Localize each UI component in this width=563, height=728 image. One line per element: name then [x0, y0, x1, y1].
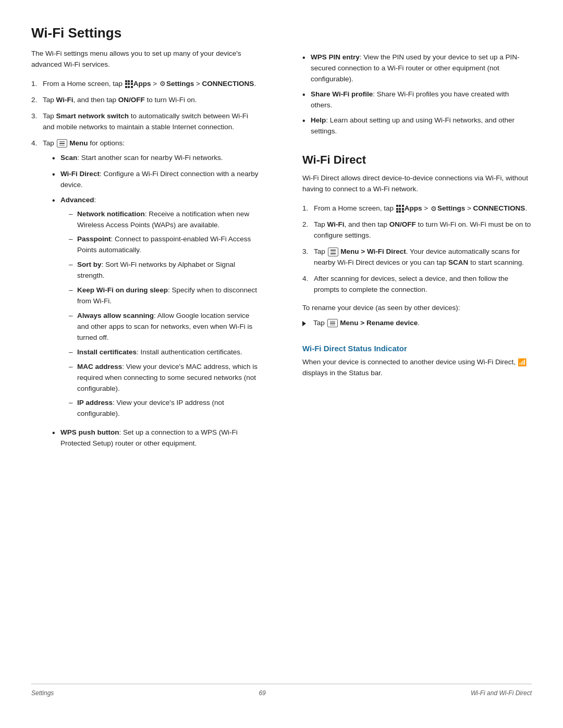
- share-wifi-content: Share Wi-Fi profile: Share Wi-Fi profile…: [311, 89, 532, 111]
- status-text-part2: displays in the Status bar.: [302, 369, 383, 377]
- menu-icon-lines-3: [329, 320, 336, 327]
- onoff-label: ON/OFF: [118, 96, 145, 104]
- dash-symbol-3: –: [69, 260, 77, 270]
- always-allow-content: Always allow scanning: Allow Google loca…: [77, 311, 261, 343]
- dash-symbol-5: –: [69, 311, 77, 322]
- always-allow-label: Always allow scanning: [77, 312, 154, 319]
- wps-pin-label: WPS PIN entry: [311, 53, 360, 61]
- dash-symbol-4: –: [69, 285, 77, 296]
- bullet-advanced: • Advanced: – Network notification: Rece…: [52, 195, 261, 424]
- content-columns: Wi-Fi Settings The Wi-Fi settings menu a…: [31, 25, 532, 684]
- dash-always-allow: – Always allow scanning: Allow Google lo…: [69, 311, 261, 343]
- wd-step-4-content: After scanning for devices, select a dev…: [314, 274, 532, 295]
- status-text-part1: When your device is connected to another…: [302, 358, 518, 366]
- wd-step-2-num: 2.: [302, 219, 314, 230]
- menu-icon-3: [327, 319, 338, 328]
- wd-menu-label: Menu > Wi-Fi Direct: [340, 248, 406, 255]
- mac-address-content: MAC address: View your device's MAC addr…: [77, 362, 261, 394]
- help-content: Help: Learn about setting up and using W…: [311, 115, 532, 137]
- keep-wifi-content: Keep Wi-Fi on during sleep: Specify when…: [77, 285, 261, 307]
- dash-keep-wifi: – Keep Wi-Fi on during sleep: Specify wh…: [69, 285, 261, 307]
- wifi-label: Wi-Fi: [56, 96, 74, 104]
- wd-step-4-num: 4.: [302, 274, 314, 285]
- menu-icon-1: [57, 139, 67, 148]
- bullet-dot-advanced: •: [52, 195, 60, 206]
- step-2: 2. Tap Wi-Fi, and then tap ON/OFF to tur…: [31, 95, 261, 106]
- step-2-content: Tap Wi-Fi, and then tap ON/OFF to turn W…: [43, 95, 261, 106]
- step-4-content: Tap Menu for options: • Scan: Start anot…: [43, 138, 261, 454]
- scan-label: Scan: [60, 154, 77, 162]
- wifi-direct-content: Wi-Fi Direct: Configure a Wi-Fi Direct c…: [60, 169, 261, 191]
- rename-step: Tap Menu > Rename device.: [302, 318, 532, 329]
- dash-passpoint: – Passpoint: Connect to passpoint-enable…: [69, 234, 261, 256]
- passpoint-label: Passpoint: [77, 235, 111, 243]
- wifi-settings-steps: 1. From a Home screen, tap Apps > ⚙Setti…: [31, 79, 261, 453]
- mac-address-label: MAC address: [77, 363, 122, 371]
- arrow-right-icon: [302, 318, 309, 329]
- wd-step-3-num: 3.: [302, 246, 314, 257]
- wd-step-4: 4. After scanning for devices, select a …: [302, 274, 532, 295]
- dash-symbol-6: –: [69, 347, 77, 358]
- wd-wifi-label: Wi-Fi: [327, 220, 345, 228]
- wps-pin-content: WPS PIN entry: View the PIN used by your…: [311, 52, 532, 85]
- wifi-direct-title: Wi-Fi Direct: [302, 153, 532, 167]
- advanced-content: Advanced: – Network notification: Receiv…: [60, 195, 261, 424]
- step-4: 4. Tap Menu for options: • Sca: [31, 138, 261, 454]
- bullet-dot-wifi-direct: •: [52, 169, 60, 180]
- apps-icon: [125, 80, 133, 88]
- wd-step-3: 3. Tap Menu > Wi-Fi Direct. Your device …: [302, 246, 532, 268]
- footer-center: 69: [259, 689, 265, 697]
- rename-menu-label: Menu > Rename device: [340, 319, 418, 327]
- ip-address-label: IP address: [77, 399, 113, 406]
- wd-step-1-num: 1.: [302, 203, 314, 214]
- ip-address-content: IP address: View your device's IP addres…: [77, 398, 261, 419]
- bullet-wps-push: • WPS push button: Set up a connection t…: [52, 427, 261, 449]
- connections-label: CONNECTIONS: [202, 80, 254, 88]
- wd-apps-label: Apps: [405, 204, 422, 212]
- footer-right: Wi-Fi and Wi-Fi Direct: [471, 689, 532, 697]
- dash-install-certificates: – Install certificates: Install authenti…: [69, 347, 261, 358]
- menu-icon-lines-2: [330, 249, 336, 255]
- status-indicator-text: When your device is connected to another…: [302, 357, 532, 379]
- apps-label: Apps: [133, 80, 151, 88]
- share-wifi-label: Share Wi-Fi profile: [311, 90, 373, 98]
- dash-symbol-1: –: [69, 209, 77, 220]
- rename-intro: To rename your device (as seen by other …: [302, 303, 532, 314]
- status-indicator-title: Wi-Fi Direct Status Indicator: [302, 344, 532, 353]
- wd-step-2: 2. Tap Wi-Fi, and then tap ON/OFF to tur…: [302, 219, 532, 241]
- step-3-num: 3.: [31, 111, 43, 122]
- dash-symbol-2: –: [69, 234, 77, 245]
- wifi-settings-title: Wi-Fi Settings: [31, 25, 261, 41]
- passpoint-content: Passpoint: Connect to passpoint-enabled …: [77, 234, 261, 256]
- wd-step-3-content: Tap Menu > Wi-Fi Direct. Your device aut…: [314, 246, 532, 268]
- smart-network-switch-label: Smart network switch: [56, 112, 129, 120]
- wd-step-1: 1. From a Home screen, tap Apps > ⚙Setti…: [302, 203, 532, 214]
- step-1: 1. From a Home screen, tap Apps > ⚙Setti…: [31, 79, 261, 90]
- wifi-settings-intro: The Wi-Fi settings menu allows you to se…: [31, 48, 261, 70]
- bullet-scan: • Scan: Start another scan for nearby Wi…: [52, 153, 261, 164]
- dash-mac-address: – MAC address: View your device's MAC ad…: [69, 362, 261, 394]
- wifi-direct-steps: 1. From a Home screen, tap Apps > ⚙Setti…: [302, 203, 532, 295]
- network-notification-content: Network notification: Receive a notifica…: [77, 209, 261, 231]
- dash-network-notification: – Network notification: Receive a notifi…: [69, 209, 261, 231]
- dash-sort-by: – Sort by: Sort Wi-Fi networks by Alphab…: [69, 260, 261, 281]
- bullet-dot-wps-push: •: [52, 427, 60, 439]
- options-bullet-list: • Scan: Start another scan for nearby Wi…: [52, 153, 261, 449]
- wd-onoff-label: ON/OFF: [389, 220, 416, 228]
- footer-left: Settings: [31, 689, 54, 697]
- menu-label: Menu: [69, 139, 88, 147]
- continued-bullets: • WPS PIN entry: View the PIN used by yo…: [302, 52, 532, 137]
- network-notification-label: Network notification: [77, 210, 145, 218]
- dash-symbol-7: –: [69, 362, 77, 373]
- arrow-icon: [302, 321, 306, 326]
- bullet-share-wifi: • Share Wi-Fi profile: Share Wi-Fi profi…: [302, 89, 532, 111]
- wd-scan-label: SCAN: [448, 258, 468, 266]
- wd-settings-label: Settings: [437, 204, 465, 212]
- bullet-dot-scan: •: [52, 153, 60, 164]
- wd-step-2-content: Tap Wi-Fi, and then tap ON/OFF to turn W…: [314, 219, 532, 241]
- dash-ip-address: – IP address: View your device's IP addr…: [69, 398, 261, 419]
- wifi-direct-section: Wi-Fi Direct Wi-Fi Direct allows direct …: [302, 153, 532, 379]
- left-column: Wi-Fi Settings The Wi-Fi settings menu a…: [31, 25, 282, 684]
- install-certificates-label: Install certificates: [77, 348, 137, 356]
- install-certificates-content: Install certificates: Install authentica…: [77, 347, 261, 358]
